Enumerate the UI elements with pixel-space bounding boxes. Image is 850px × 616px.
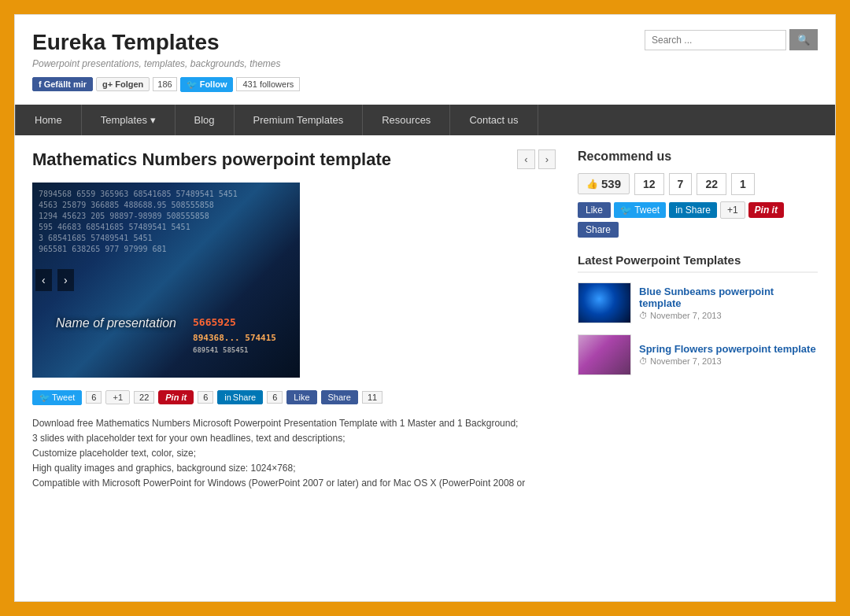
sidebar-tweet-label: Tweet xyxy=(634,205,660,216)
twitter-followers: 431 followers xyxy=(236,77,300,91)
fb-share-button[interactable]: Share xyxy=(321,390,358,404)
nav-premium[interactable]: Premium Templates xyxy=(235,105,364,135)
sidebar-li-label: Share xyxy=(686,205,711,216)
twitter-share-icon: 🐦 xyxy=(39,393,50,403)
sidebar: Recommend us 👍 539 12 7 22 1 Like 🐦 Twee… xyxy=(578,149,818,492)
sidebar-fb-share[interactable]: Share xyxy=(578,222,619,238)
desc-line-2: 3 slides with placeholder text for your … xyxy=(32,431,556,446)
template-date-0: ⏱ November 7, 2013 xyxy=(639,311,818,320)
sidebar-gplus[interactable]: +1 xyxy=(720,201,745,219)
tweet-count: 6 xyxy=(86,391,102,404)
nav-blog[interactable]: Blog xyxy=(176,105,235,135)
slide-next-button[interactable]: › xyxy=(57,269,74,291)
like-box: 👍 539 xyxy=(578,173,630,194)
nav-contact[interactable]: Contact us xyxy=(450,105,538,135)
fb-like-share-button[interactable]: Like xyxy=(286,390,316,404)
gplus-button[interactable]: g+ Folgen xyxy=(96,77,150,91)
template-item-0: Blue Sunbeams powerpoint template ⏱ Nove… xyxy=(578,282,818,323)
gplus-share-label: +1 xyxy=(113,393,123,402)
pinterest-share-button[interactable]: Pin it xyxy=(158,390,194,404)
template-item-1: Spring Flowers powerpoint template ⏱ Nov… xyxy=(578,334,818,375)
nav-resources[interactable]: Resources xyxy=(363,105,450,135)
slideshow-container: 7894568 6559 365963 68541685 57489541 54… xyxy=(32,183,300,378)
social-stats: 👍 539 12 7 22 1 xyxy=(578,173,818,195)
page-title: Mathematics Numbers powerpoint template xyxy=(32,149,391,170)
fb-like-share-row: Like 🐦 Tweet in Share +1 Pin it xyxy=(578,201,818,219)
sidebar-pinterest[interactable]: Pin it xyxy=(748,202,784,218)
desc-line-1: Download free Mathematics Numbers Micros… xyxy=(32,416,556,431)
twitter-label: Follow xyxy=(200,79,227,89)
header-left: Eureka Templates Powerpoint presentation… xyxy=(32,29,300,92)
gplus-share-button[interactable]: +1 xyxy=(105,390,130,404)
twitter-icon: 🐦 xyxy=(187,79,198,90)
linkedin-count: 6 xyxy=(267,391,283,404)
social-share-row: 🐦 Tweet 6 +1 22 Pin it 6 in Share 6 xyxy=(32,390,556,405)
site-title: Eureka Templates xyxy=(32,29,300,56)
latest-templates-title: Latest Powerpoint Templates xyxy=(578,253,818,273)
template-thumb-1 xyxy=(578,334,631,375)
twitter-button[interactable]: 🐦 Follow xyxy=(180,77,234,92)
nav: Home Templates ▾ Blog Premium Templates … xyxy=(15,105,835,135)
linkedin-label: Share xyxy=(233,393,256,402)
next-button[interactable]: › xyxy=(538,149,556,169)
recommend-us-title: Recommend us xyxy=(578,149,818,164)
gplus-icon: g+ xyxy=(102,79,113,89)
stat-tweet: 12 xyxy=(634,173,664,195)
clock-icon-0: ⏱ xyxy=(639,311,648,320)
template-date-text-0: November 7, 2013 xyxy=(650,311,722,320)
template-info-1: Spring Flowers powerpoint template ⏱ Nov… xyxy=(639,343,816,366)
main-content: Mathematics Numbers powerpoint template … xyxy=(32,149,556,492)
fb-count: 11 xyxy=(362,391,382,404)
search-area: 🔍 xyxy=(645,29,818,50)
fb-like-label: Like xyxy=(294,393,309,402)
slide-name-overlay: Name of presentation xyxy=(56,316,176,330)
sidebar-linkedin[interactable]: in Share xyxy=(669,202,717,218)
linkedin-icon: in xyxy=(224,393,231,402)
facebook-button[interactable]: f Gefällt mir xyxy=(32,77,93,91)
gplus-share-count: 22 xyxy=(134,391,154,404)
template-info-0: Blue Sunbeams powerpoint template ⏱ Nove… xyxy=(639,286,818,320)
thumbs-up-icon: 👍 xyxy=(586,179,598,190)
sidebar-li-icon: in xyxy=(675,205,682,216)
stat-gp: 7 xyxy=(669,173,693,195)
prev-next: ‹ › xyxy=(517,149,556,169)
desc-line-5: Compatible with Microsoft PowerPoint for… xyxy=(32,476,556,491)
template-title-0[interactable]: Blue Sunbeams powerpoint template xyxy=(639,286,818,309)
desc-line-3: Customize placeholder text, color, size; xyxy=(32,446,556,461)
social-buttons: f Gefällt mir g+ Folgen 186 🐦 Follow 431… xyxy=(32,77,300,92)
thumb-blue-image xyxy=(578,283,630,323)
search-input[interactable] xyxy=(645,30,786,50)
stat-pin: 1 xyxy=(731,173,755,195)
pinterest-label: Pin it xyxy=(165,393,187,402)
sidebar-fb-like[interactable]: Like xyxy=(578,202,611,218)
thumb-pink-image xyxy=(578,335,630,374)
sidebar-tweet[interactable]: 🐦 Tweet xyxy=(614,202,666,218)
prev-button[interactable]: ‹ xyxy=(517,149,534,169)
gplus-label: Folgen xyxy=(115,79,143,89)
nav-home[interactable]: Home xyxy=(15,105,82,135)
template-date-text-1: November 7, 2013 xyxy=(650,356,722,366)
like-count: 539 xyxy=(601,177,621,190)
pin-count: 6 xyxy=(198,391,213,404)
template-title-1[interactable]: Spring Flowers powerpoint template xyxy=(639,343,816,355)
clock-icon-1: ⏱ xyxy=(639,356,648,366)
sidebar-twitter-icon: 🐦 xyxy=(620,205,632,216)
header: Eureka Templates Powerpoint presentation… xyxy=(15,15,835,100)
slide-prev-button[interactable]: ‹ xyxy=(35,269,52,291)
content-area: Mathematics Numbers powerpoint template … xyxy=(15,135,835,506)
template-date-1: ⏱ November 7, 2013 xyxy=(639,356,816,366)
slide-highlight: 5665925 894368... 574415 689541 585451 xyxy=(193,316,276,354)
page-title-row: Mathematics Numbers powerpoint template … xyxy=(32,149,556,170)
desc-line-4: High quality images and graphics, backgr… xyxy=(32,461,556,476)
facebook-icon: f xyxy=(39,79,42,89)
stat-li: 22 xyxy=(697,173,726,195)
linkedin-share-button[interactable]: in Share xyxy=(217,390,263,404)
tweet-share-button[interactable]: 🐦 Tweet xyxy=(32,390,82,405)
outer-wrapper: Eureka Templates Powerpoint presentation… xyxy=(14,14,836,602)
nav-templates[interactable]: Templates ▾ xyxy=(82,105,176,135)
facebook-label: Gefällt mir xyxy=(44,79,87,89)
site-tagline: Powerpoint presentations, templates, bac… xyxy=(32,58,300,69)
tweet-label: Tweet xyxy=(52,393,75,402)
fb-share-label: Share xyxy=(328,393,351,402)
search-button[interactable]: 🔍 xyxy=(789,29,818,50)
